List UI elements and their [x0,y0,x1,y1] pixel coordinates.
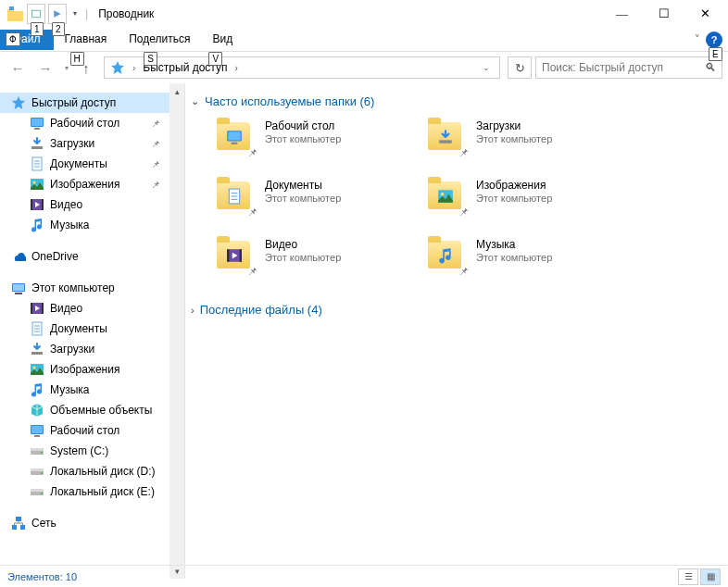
tree-label: Сеть [31,517,56,530]
drive-icon [30,484,44,499]
help-button[interactable]: ? E [706,31,722,48]
tree-item[interactable]: Документы📌︎ [0,154,169,174]
tree-item[interactable]: Локальный диск (D:) [0,461,169,481]
folder-item[interactable]: 📌︎ВидеоЭтот компьютер [215,238,422,275]
pin-icon: 📌︎ [458,206,469,218]
tree-item[interactable]: Загрузки📌︎ [0,133,169,154]
window-title: Проводник [98,7,154,20]
tree-label: Музыка [50,219,89,231]
address-box[interactable]: › Быстрый доступ › ⌄ [104,56,500,79]
chevron-right-icon[interactable]: › [129,63,139,73]
tree-item[interactable]: Локальный диск (E:) [0,481,169,502]
folder-name: Рабочий стол [265,119,341,132]
chevron-down-icon: ⌄ [191,95,199,107]
folder-item[interactable]: 📌︎ИзображенияЭтот компьютер [426,179,634,216]
tree-label: Изображения [50,178,119,191]
tree-label: Документы [50,322,107,335]
folder-icon: 📌︎ [426,179,467,216]
folder-location: Этот компьютер [476,133,552,144]
tree-item[interactable]: Рабочий стол [0,420,169,441]
desktop-icon [30,423,44,438]
search-icon: 🔍︎ [705,61,716,74]
folder-name: Видео [265,238,341,251]
pin-icon: 📌︎ [247,266,257,277]
tree-item[interactable]: Изображения [0,359,169,380]
section-recent-files[interactable]: › Последние файлы (4) [189,299,728,320]
tree-label: Загрузки [50,137,94,150]
tree-label: Видео [50,198,82,211]
tree-item[interactable]: Музыка [0,380,169,400]
tree-item[interactable]: Документы [0,318,169,339]
section-title: Часто используемые папки (6) [205,94,374,108]
search-input[interactable]: Поиск: Быстрый доступ 🔍︎ [535,56,722,79]
item-count: Элементов: 10 [7,571,77,582]
tree-network[interactable]: Сеть [0,513,169,533]
tree-label: Документы [50,157,107,170]
qat-dropdown-icon[interactable]: ▾ [73,9,77,18]
close-button[interactable]: ✕ [684,1,726,27]
minimize-button[interactable]: — [601,1,643,27]
sidebar-scrollbar[interactable]: ▴ ▾ [169,83,184,579]
title-bar: 1 2 ▾ | Проводник — ☐ ✕ [0,0,728,28]
tree-label: Музыка [50,383,89,396]
forward-button[interactable]: → [33,56,57,80]
folder-item[interactable]: 📌︎ЗагрузкиЭтот компьютер [426,119,634,156]
documents-icon [30,156,44,171]
pin-icon: 📌︎ [151,180,160,190]
folder-item[interactable]: 📌︎ДокументыЭтот компьютер [215,179,422,216]
refresh-button[interactable]: ↻ [508,56,532,79]
tree-label: Видео [50,302,82,315]
pin-icon: 📌︎ [247,147,257,158]
ribbon-expand-icon[interactable]: ˅ [695,33,700,45]
onedrive-icon [11,249,26,264]
folder-icon: 📌︎ [215,238,256,275]
video-icon [30,197,44,212]
tree-item[interactable]: Рабочий стол📌︎ [0,113,169,133]
pin-icon: 📌︎ [458,147,469,158]
folder-item[interactable]: 📌︎МузыкаЭтот компьютер [426,238,634,275]
tab-view[interactable]: Вид V [201,30,244,50]
address-bar: ← → ▾ ↑ › Быстрый доступ › ⌄ ↻ Поиск: Бы… [0,52,728,83]
music-icon [30,382,44,397]
folder-location: Этот компьютер [265,193,341,204]
tree-this-pc[interactable]: Этот компьютер [0,278,169,298]
address-dropdown-icon[interactable]: ⌄ [477,63,496,72]
tree-item[interactable]: Видео [0,194,169,215]
music-icon [30,218,44,232]
tab-file[interactable]: Файл Ф [0,30,54,50]
tree-item[interactable]: Загрузки [0,339,169,359]
folder-icon: 📌︎ [215,119,256,156]
tree-quick-access[interactable]: Быстрый доступ [0,93,169,113]
section-frequent-folders[interactable]: ⌄ Часто используемые папки (6) [189,91,728,112]
folder-name: Загрузки [476,119,552,132]
folder-icon: 📌︎ [426,119,467,156]
qat-button-1[interactable]: 1 [27,4,45,24]
tree-item[interactable]: Музыка [0,215,169,235]
tree-item[interactable]: Изображения📌︎ [0,174,169,194]
back-button[interactable]: ← [6,56,30,80]
app-icon [6,5,24,23]
tree-item[interactable]: Объемные объекты [0,400,169,420]
tree-onedrive[interactable]: OneDrive [0,246,169,267]
3d-icon [30,403,44,418]
tree-label: Изображения [50,363,119,376]
folder-icon: 📌︎ [426,238,467,275]
folder-item[interactable]: 📌︎Рабочий столЭтот компьютер [215,119,422,156]
star-icon [110,60,125,75]
tree-item[interactable]: Видео [0,298,169,318]
tree-label: Загрузки [50,343,94,356]
tree-item[interactable]: System (C:) [0,441,169,461]
view-details-button[interactable]: ☰ [678,568,698,585]
scroll-up-icon[interactable]: ▴ [169,83,184,99]
chevron-right-icon[interactable]: › [231,63,241,73]
content-area: ⌄ Часто используемые папки (6) 📌︎Рабочий… [185,83,728,579]
chevron-right-icon: › [191,305,195,316]
pin-icon: 📌︎ [151,159,160,169]
folder-name: Музыка [476,238,552,251]
drive-icon [30,464,44,479]
maximize-button[interactable]: ☐ [643,1,684,27]
qat-button-2[interactable]: 2 [48,4,67,24]
tab-share[interactable]: Поделиться S [118,30,201,50]
view-icons-button[interactable]: ▦ [700,568,721,585]
tree-label: Объемные объекты [50,404,152,417]
